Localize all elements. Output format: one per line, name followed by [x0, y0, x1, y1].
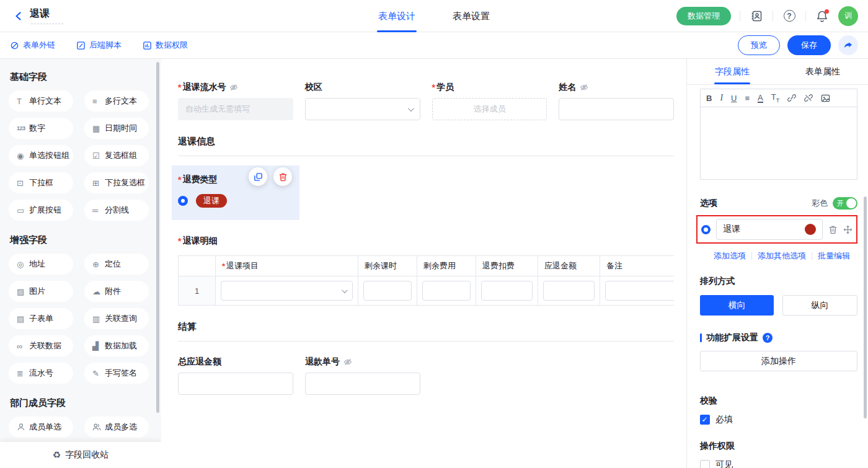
project-select[interactable]: [221, 281, 353, 301]
remaining-fee-input[interactable]: [422, 281, 471, 301]
field-label: 校区: [305, 82, 322, 93]
align-icon[interactable]: ≡: [745, 94, 750, 103]
sidebar-scrollbar[interactable]: [156, 62, 159, 413]
campus-select[interactable]: [305, 98, 420, 120]
field-title-richtext-area[interactable]: [700, 107, 857, 180]
sidebar-item-serial-number[interactable]: ≣流水号: [9, 363, 73, 384]
sidebar-item-address[interactable]: ◎地址: [9, 254, 73, 275]
font-color-icon[interactable]: A: [758, 94, 763, 103]
remark-input[interactable]: [605, 281, 674, 301]
remaining-hours-input[interactable]: [363, 281, 412, 301]
underline-icon[interactable]: U: [731, 94, 737, 103]
sidebar-item-radio-group[interactable]: ◉单选按钮组: [9, 145, 73, 166]
delete-field-button[interactable]: [273, 167, 292, 186]
remove-link-icon[interactable]: [804, 94, 813, 102]
radio-selected-icon[interactable]: [701, 225, 711, 234]
arrangement-vertical-button[interactable]: 纵向: [782, 295, 857, 316]
form-title-wrap[interactable]: 退课: [30, 7, 63, 24]
insert-link-icon[interactable]: [787, 94, 796, 102]
serial-input[interactable]: 自动生成无需填写: [178, 98, 293, 120]
refund-order-no-input[interactable]: [305, 373, 420, 395]
sidebar-item-multi-select[interactable]: ⊞下拉复选框: [84, 172, 149, 193]
sidebar-item-number[interactable]: 123数字: [9, 118, 73, 139]
recycle-bin-label: 字段回收站: [65, 449, 108, 461]
bold-icon[interactable]: B: [706, 94, 712, 103]
sidebar-item-linked-query[interactable]: ▥关联查询: [84, 308, 149, 329]
data-load-icon: ▟: [92, 342, 104, 351]
chevron-down-icon: [407, 105, 414, 112]
sidebar-item-linked-data[interactable]: ∞关联数据: [9, 335, 73, 356]
field-name[interactable]: 姓名: [559, 82, 674, 120]
font-size-icon[interactable]: TT: [771, 92, 779, 104]
batch-edit-link[interactable]: 批量编辑: [818, 250, 850, 262]
italic-icon[interactable]: I: [720, 93, 723, 103]
tab-field-properties[interactable]: 字段属性: [687, 59, 777, 84]
field-recycle-bin-button[interactable]: ♻ 字段回收站: [0, 442, 161, 468]
radio-selected-icon[interactable]: [178, 196, 188, 206]
checkbox-checked-icon[interactable]: [700, 415, 710, 425]
option-row-highlighted[interactable]: 退课: [696, 215, 857, 244]
sidebar-item-location[interactable]: ⊕定位: [84, 254, 149, 275]
add-action-button[interactable]: 添加操作: [700, 351, 857, 371]
insert-image-icon[interactable]: [821, 94, 830, 103]
contact-book-button[interactable]: [749, 9, 764, 24]
field-student[interactable]: *学员 选择成员: [432, 82, 547, 120]
add-other-option-link[interactable]: 添加其他选项: [758, 250, 806, 262]
data-manage-button[interactable]: 数据管理: [676, 7, 731, 25]
help-button[interactable]: [782, 9, 797, 24]
save-button[interactable]: 保存: [787, 35, 831, 55]
field-label: 退课明细: [182, 236, 217, 247]
sidebar-item-member-single[interactable]: 成员单选: [9, 417, 73, 438]
field-refund-order-no[interactable]: 退款单号: [305, 357, 420, 395]
refund-amount-input[interactable]: [543, 281, 595, 301]
checkbox-unchecked-icon[interactable]: [700, 460, 710, 468]
visible-checkbox-row[interactable]: 可见: [700, 459, 857, 468]
option-color-dot[interactable]: [805, 224, 816, 235]
tab-form-settings[interactable]: 表单设置: [453, 0, 490, 32]
select-member-button[interactable]: 选择成员: [432, 98, 547, 120]
sidebar-item-extend-button[interactable]: ▭扩展按钮: [9, 200, 73, 221]
field-refund-serial[interactable]: *退课流水号 自动生成无需填写: [178, 82, 293, 120]
sidebar-item-checkbox-group[interactable]: ☑复选框组: [84, 145, 149, 166]
sidebar-item-datetime[interactable]: ▦日期时间: [84, 118, 149, 139]
sidebar-item-attachment[interactable]: ☁附件: [84, 281, 149, 302]
backend-script-button[interactable]: 后端脚本: [76, 40, 122, 51]
share-button[interactable]: [838, 35, 858, 55]
data-permission-button[interactable]: 数据权限: [143, 40, 188, 51]
form-title[interactable]: 退课: [30, 7, 50, 20]
sidebar-item-single-line-text[interactable]: T单行文本: [9, 91, 73, 112]
sidebar-item-divider[interactable]: ═分割线: [84, 200, 149, 221]
color-mode-toggle[interactable]: 开: [833, 197, 857, 210]
data-permission-label: 数据权限: [156, 40, 188, 51]
option-value-input[interactable]: 退课: [716, 219, 823, 240]
preview-button[interactable]: 预览: [738, 35, 780, 55]
sidebar-item-subform[interactable]: ▤子表单: [9, 308, 73, 329]
field-campus[interactable]: 校区: [305, 82, 420, 120]
required-checkbox-row[interactable]: 必填: [700, 414, 857, 425]
selected-field-refund-type[interactable]: *退费类型 退课: [172, 166, 299, 220]
delete-option-button[interactable]: [828, 225, 838, 234]
sidebar-item-image[interactable]: ▨图片: [9, 281, 73, 302]
copy-field-button[interactable]: [249, 167, 267, 186]
total-refund-input[interactable]: [178, 373, 293, 395]
tab-form-design[interactable]: 表单设计: [378, 0, 415, 32]
sidebar-item-signature[interactable]: ✎手写签名: [84, 363, 149, 384]
help-question-icon[interactable]: [763, 333, 773, 343]
arrangement-horizontal-button[interactable]: 横向: [700, 295, 774, 316]
sidebar-item-data-load[interactable]: ▟数据加载: [84, 335, 149, 356]
panel-scrollbar[interactable]: [864, 196, 867, 418]
sidebar-item-select[interactable]: ⊡下拉框: [9, 172, 73, 193]
sidebar-item-multi-line-text[interactable]: ≡多行文本: [84, 91, 149, 112]
sidebar-item-member-multi[interactable]: 成员多选: [84, 417, 149, 438]
name-input[interactable]: [559, 98, 674, 120]
drag-option-handle[interactable]: [843, 225, 852, 234]
avatar[interactable]: 训: [838, 6, 858, 26]
external-link-button[interactable]: 表单外链: [10, 40, 55, 51]
tab-form-properties[interactable]: 表单属性: [777, 59, 868, 84]
refund-deduction-input[interactable]: [481, 281, 533, 301]
notification-button[interactable]: [815, 9, 830, 24]
back-button[interactable]: [10, 7, 27, 25]
add-option-link[interactable]: 添加选项: [714, 250, 746, 262]
field-total-refund[interactable]: 总应退金额: [178, 357, 293, 395]
move-icon: [843, 225, 852, 234]
